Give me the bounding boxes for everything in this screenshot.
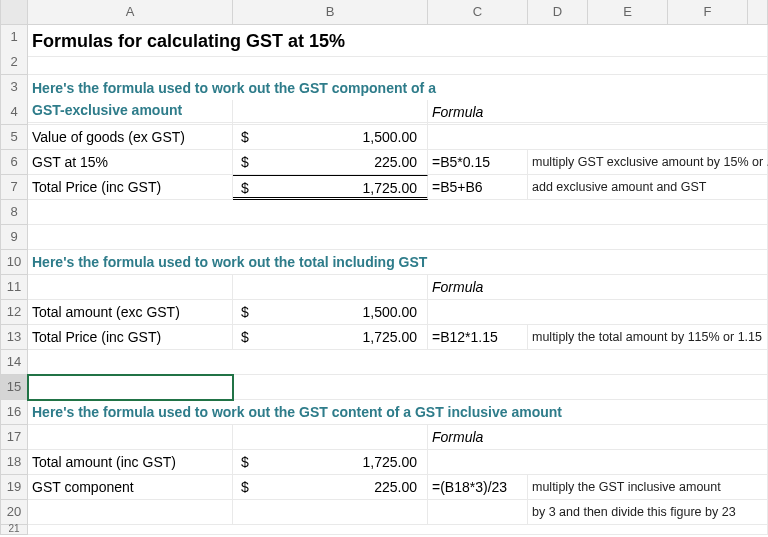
row-header-19[interactable]: 19: [0, 475, 28, 500]
row-header-21[interactable]: 21: [0, 525, 28, 535]
cell-B12[interactable]: $ 1,500.00: [233, 300, 428, 325]
row-header-2[interactable]: 2: [0, 50, 28, 75]
cell-C4-formula-header[interactable]: Formula: [428, 100, 768, 125]
cell-C17-formula-header[interactable]: Formula: [428, 425, 768, 450]
cell-A18[interactable]: Total amount (inc GST): [28, 450, 233, 475]
row-header-18[interactable]: 18: [0, 450, 28, 475]
cell-A13[interactable]: Total Price (inc GST): [28, 325, 233, 350]
cell-A4[interactable]: [28, 100, 233, 125]
row-header-11[interactable]: 11: [0, 275, 28, 300]
cell-D7-note[interactable]: add exclusive amount and GST: [528, 175, 768, 200]
cell-A20[interactable]: [28, 500, 233, 525]
cell-value: 1,725.00: [363, 452, 424, 472]
currency-symbol: $: [237, 452, 249, 472]
row-header-5[interactable]: 5: [0, 125, 28, 150]
col-header-B[interactable]: B: [233, 0, 428, 25]
heading-text-line1: Here's the formula used to work out the …: [32, 80, 436, 96]
cell-value: 1,500.00: [363, 302, 424, 322]
cell-C18[interactable]: [428, 450, 768, 475]
col-header-D[interactable]: D: [528, 0, 588, 25]
row-header-16[interactable]: 16: [0, 400, 28, 425]
col-header-C[interactable]: C: [428, 0, 528, 25]
cell-A21[interactable]: [28, 525, 768, 535]
cell-B15[interactable]: [233, 375, 768, 400]
cell-A12[interactable]: Total amount (exc GST): [28, 300, 233, 325]
cell-B11[interactable]: [233, 275, 428, 300]
row-header-12[interactable]: 12: [0, 300, 28, 325]
cell-C12[interactable]: [428, 300, 768, 325]
currency-symbol: $: [237, 127, 249, 147]
row-header-4[interactable]: 4: [0, 100, 28, 125]
cell-C7-formula[interactable]: =B5+B6: [428, 175, 528, 200]
cell-value: 1,725.00: [363, 178, 424, 195]
cell-C11-formula-header[interactable]: Formula: [428, 275, 768, 300]
col-header-A[interactable]: A: [28, 0, 233, 25]
cell-C20[interactable]: [428, 500, 528, 525]
spreadsheet-grid[interactable]: A B C D E F 1 Formulas for calculating G…: [0, 0, 768, 537]
cell-B17[interactable]: [233, 425, 428, 450]
cell-B5[interactable]: $ 1,500.00: [233, 125, 428, 150]
cell-A6[interactable]: GST at 15%: [28, 150, 233, 175]
cell-A15-selected[interactable]: [28, 375, 233, 400]
select-all-corner[interactable]: [0, 0, 28, 25]
col-header-G[interactable]: [748, 0, 768, 25]
cell-A16-heading[interactable]: Here's the formula used to work out the …: [28, 400, 768, 425]
cell-value: 1,725.00: [363, 327, 424, 347]
cell-D6-note[interactable]: multiply GST exclusive amount by 15% or …: [528, 150, 768, 175]
cell-B20[interactable]: [233, 500, 428, 525]
cell-B6[interactable]: $ 225.00: [233, 150, 428, 175]
cell-C5[interactable]: [428, 125, 768, 150]
cell-B13[interactable]: $ 1,725.00: [233, 325, 428, 350]
currency-symbol: $: [237, 152, 249, 172]
cell-C13-formula[interactable]: =B12*1.15: [428, 325, 528, 350]
cell-D20-note[interactable]: by 3 and then divide this figure by 23: [528, 500, 768, 525]
row-header-15[interactable]: 15: [0, 375, 28, 400]
row-header-9[interactable]: 9: [0, 225, 28, 250]
cell-D13-note[interactable]: multiply the total amount by 115% or 1.1…: [528, 325, 768, 350]
col-header-F[interactable]: F: [668, 0, 748, 25]
col-header-E[interactable]: E: [588, 0, 668, 25]
cell-A14[interactable]: [28, 350, 768, 375]
row-header-13[interactable]: 13: [0, 325, 28, 350]
cell-C19-formula[interactable]: =(B18*3)/23: [428, 475, 528, 500]
cell-value: 1,500.00: [363, 127, 424, 147]
row-header-10[interactable]: 10: [0, 250, 28, 275]
cell-D19-note[interactable]: multiply the GST inclusive amount: [528, 475, 768, 500]
cell-B18[interactable]: $ 1,725.00: [233, 450, 428, 475]
cell-B7[interactable]: $ 1,725.00: [233, 175, 428, 200]
currency-symbol: $: [237, 477, 249, 497]
cell-value: 225.00: [374, 152, 423, 172]
row-header-7[interactable]: 7: [0, 175, 28, 200]
cell-value: 225.00: [374, 477, 423, 497]
cell-A2[interactable]: [28, 50, 768, 75]
row-header-20[interactable]: 20: [0, 500, 28, 525]
cell-A17[interactable]: [28, 425, 233, 450]
cell-A11[interactable]: [28, 275, 233, 300]
cell-A19[interactable]: GST component: [28, 475, 233, 500]
row-header-8[interactable]: 8: [0, 200, 28, 225]
currency-symbol: $: [237, 178, 249, 195]
row-header-6[interactable]: 6: [0, 150, 28, 175]
currency-symbol: $: [237, 302, 249, 322]
row-header-17[interactable]: 17: [0, 425, 28, 450]
cell-A8[interactable]: [28, 200, 768, 225]
cell-B4[interactable]: [233, 100, 428, 125]
cell-A9[interactable]: [28, 225, 768, 250]
cell-C6-formula[interactable]: =B5*0.15: [428, 150, 528, 175]
cell-A5[interactable]: Value of goods (ex GST): [28, 125, 233, 150]
row-header-14[interactable]: 14: [0, 350, 28, 375]
cell-A7[interactable]: Total Price (inc GST): [28, 175, 233, 200]
currency-symbol: $: [237, 327, 249, 347]
cell-A10-heading[interactable]: Here's the formula used to work out the …: [28, 250, 768, 275]
cell-B19[interactable]: $ 225.00: [233, 475, 428, 500]
